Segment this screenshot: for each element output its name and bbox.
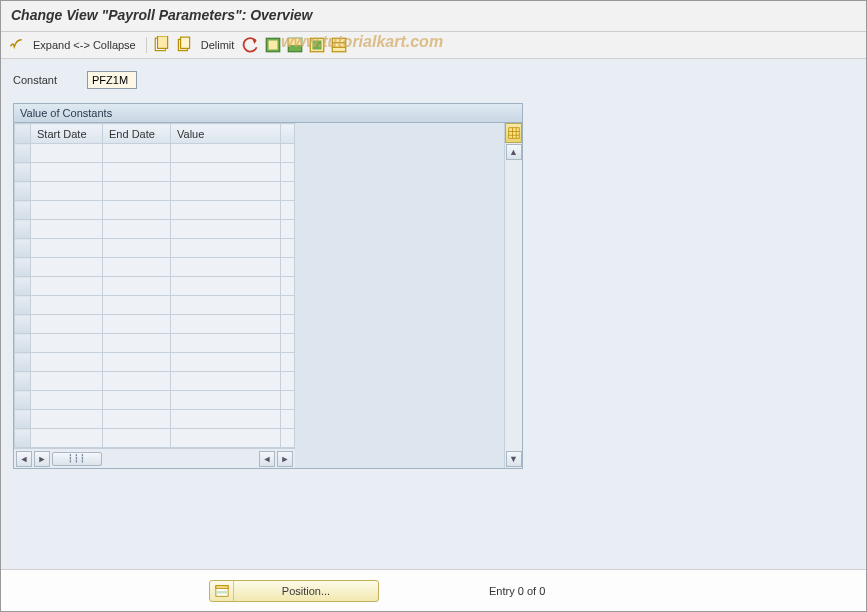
cell-value[interactable] <box>171 220 281 239</box>
cell-start-date[interactable] <box>31 239 103 258</box>
row-selector[interactable] <box>15 220 31 239</box>
table-row[interactable] <box>15 182 295 201</box>
scroll-left-icon[interactable]: ◄ <box>16 451 32 467</box>
new-entries-icon[interactable] <box>153 36 171 54</box>
cell-start-date[interactable] <box>31 144 103 163</box>
row-selector[interactable] <box>15 239 31 258</box>
deselect-all-icon[interactable] <box>308 36 326 54</box>
row-selector[interactable] <box>15 410 31 429</box>
cell-end-date[interactable] <box>103 239 171 258</box>
copy-icon[interactable] <box>175 36 193 54</box>
cell-value[interactable] <box>171 258 281 277</box>
configuration-icon[interactable] <box>330 36 348 54</box>
cell-value[interactable] <box>171 315 281 334</box>
cell-value[interactable] <box>171 144 281 163</box>
scroll-right-icon[interactable]: ► <box>277 451 293 467</box>
cell-start-date[interactable] <box>31 296 103 315</box>
cell-start-date[interactable] <box>31 182 103 201</box>
cell-value[interactable] <box>171 410 281 429</box>
cell-start-date[interactable] <box>31 315 103 334</box>
table-row[interactable] <box>15 239 295 258</box>
select-all-icon[interactable] <box>264 36 282 54</box>
constant-input[interactable] <box>87 71 137 89</box>
cell-value[interactable] <box>171 163 281 182</box>
cell-end-date[interactable] <box>103 182 171 201</box>
position-button[interactable]: Position... <box>209 580 379 602</box>
cell-start-date[interactable] <box>31 163 103 182</box>
table-row[interactable] <box>15 334 295 353</box>
cell-end-date[interactable] <box>103 163 171 182</box>
table-row[interactable] <box>15 277 295 296</box>
cell-end-date[interactable] <box>103 334 171 353</box>
select-all-header[interactable] <box>15 124 31 144</box>
table-row[interactable] <box>15 315 295 334</box>
cell-end-date[interactable] <box>103 410 171 429</box>
accept-icon[interactable] <box>7 36 25 54</box>
table-row[interactable] <box>15 372 295 391</box>
scroll-thumb[interactable]: ┇┇┇ <box>52 452 102 466</box>
row-selector[interactable] <box>15 296 31 315</box>
cell-end-date[interactable] <box>103 315 171 334</box>
table-row[interactable] <box>15 410 295 429</box>
row-selector[interactable] <box>15 163 31 182</box>
cell-end-date[interactable] <box>103 391 171 410</box>
row-selector[interactable] <box>15 353 31 372</box>
scroll-down-icon[interactable]: ▼ <box>506 451 522 467</box>
table-row[interactable] <box>15 163 295 182</box>
table-row[interactable] <box>15 429 295 448</box>
cell-start-date[interactable] <box>31 220 103 239</box>
row-selector[interactable] <box>15 372 31 391</box>
expand-collapse-button[interactable]: Expand <-> Collapse <box>29 39 140 51</box>
cell-start-date[interactable] <box>31 353 103 372</box>
table-row[interactable] <box>15 201 295 220</box>
cell-end-date[interactable] <box>103 220 171 239</box>
row-selector[interactable] <box>15 182 31 201</box>
cell-start-date[interactable] <box>31 429 103 448</box>
cell-value[interactable] <box>171 239 281 258</box>
cell-value[interactable] <box>171 296 281 315</box>
col-start-date[interactable]: Start Date <box>31 124 103 144</box>
table-row[interactable] <box>15 220 295 239</box>
cell-value[interactable] <box>171 334 281 353</box>
row-selector[interactable] <box>15 315 31 334</box>
cell-start-date[interactable] <box>31 277 103 296</box>
row-selector[interactable] <box>15 201 31 220</box>
col-value[interactable]: Value <box>171 124 281 144</box>
table-row[interactable] <box>15 296 295 315</box>
cell-end-date[interactable] <box>103 277 171 296</box>
cell-start-date[interactable] <box>31 391 103 410</box>
cell-start-date[interactable] <box>31 372 103 391</box>
cell-start-date[interactable] <box>31 258 103 277</box>
cell-value[interactable] <box>171 277 281 296</box>
scroll-up-icon[interactable]: ▲ <box>506 144 522 160</box>
scroll-left-step-icon[interactable]: ◄ <box>259 451 275 467</box>
cell-value[interactable] <box>171 182 281 201</box>
cell-end-date[interactable] <box>103 372 171 391</box>
cell-end-date[interactable] <box>103 296 171 315</box>
table-row[interactable] <box>15 353 295 372</box>
cell-value[interactable] <box>171 353 281 372</box>
cell-end-date[interactable] <box>103 353 171 372</box>
row-selector[interactable] <box>15 277 31 296</box>
constants-table[interactable]: Start Date End Date Value <box>14 123 295 448</box>
cell-start-date[interactable] <box>31 334 103 353</box>
row-selector[interactable] <box>15 144 31 163</box>
row-selector[interactable] <box>15 429 31 448</box>
cell-value[interactable] <box>171 201 281 220</box>
cell-start-date[interactable] <box>31 201 103 220</box>
cell-value[interactable] <box>171 372 281 391</box>
cell-end-date[interactable] <box>103 258 171 277</box>
cell-end-date[interactable] <box>103 144 171 163</box>
cell-end-date[interactable] <box>103 201 171 220</box>
col-end-date[interactable]: End Date <box>103 124 171 144</box>
vscroll-track[interactable] <box>505 161 522 450</box>
cell-end-date[interactable] <box>103 429 171 448</box>
undo-icon[interactable] <box>242 36 260 54</box>
table-row[interactable] <box>15 391 295 410</box>
horizontal-scrollbar[interactable]: ◄ ► ┇┇┇ ◄ ► <box>14 448 295 468</box>
cell-value[interactable] <box>171 391 281 410</box>
table-settings-icon[interactable] <box>505 123 522 143</box>
table-row[interactable] <box>15 258 295 277</box>
delimit-button[interactable]: Delimit <box>197 39 239 51</box>
select-block-icon[interactable] <box>286 36 304 54</box>
